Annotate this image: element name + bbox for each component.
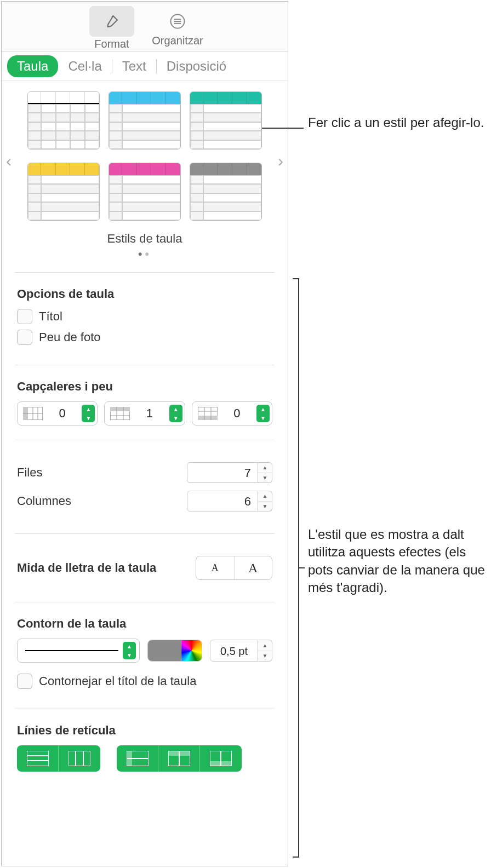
table-style-4[interactable] bbox=[27, 163, 100, 221]
format-tool[interactable]: Format bbox=[79, 6, 145, 50]
tab-cell[interactable]: Cel·la bbox=[58, 55, 111, 77]
outline-color-well[interactable] bbox=[147, 640, 202, 662]
columns-stepper[interactable]: ▲▼ bbox=[258, 491, 272, 511]
callout-line bbox=[262, 128, 304, 129]
header-columns-stepper[interactable]: 0 ▲▼ bbox=[17, 401, 98, 426]
header-rows-value: 1 bbox=[133, 406, 165, 421]
page-dots[interactable]: ●● bbox=[24, 249, 266, 258]
grid-horizontal-icon bbox=[27, 751, 49, 766]
grid-vertical-icon bbox=[68, 751, 90, 766]
caption-label: Peu de foto bbox=[39, 330, 101, 344]
columns-input[interactable]: 6 bbox=[187, 491, 258, 511]
outline-title-label: Contornejar el títol de la taula bbox=[39, 674, 196, 688]
headers-section: Capçaleres i peu 0 ▲▼ 1 ▲▼ 0 ▲▼ bbox=[2, 374, 288, 431]
caption-checkbox[interactable] bbox=[17, 330, 32, 345]
vertical-gridlines-button[interactable] bbox=[59, 745, 100, 772]
table-style-3[interactable] bbox=[190, 91, 262, 150]
organize-tool[interactable]: Organitzar bbox=[145, 9, 210, 47]
outline-width-input[interactable]: 0,5 pt bbox=[210, 640, 258, 662]
footer-rows-icon bbox=[198, 407, 218, 420]
header-columns-icon bbox=[23, 407, 43, 420]
toolbar: Format Organitzar bbox=[2, 2, 288, 52]
inspector-tabs: Taula Cel·la Text Disposició bbox=[2, 52, 288, 81]
outline-style-popup[interactable]: ▲▼ bbox=[17, 639, 140, 663]
table-style-2[interactable] bbox=[109, 91, 181, 150]
outline-section: Contorn de la taula ▲▼ 0,5 pt ▲▼ Contorn… bbox=[2, 611, 288, 700]
font-size-label: Mida de lletra de la taula bbox=[17, 561, 156, 575]
footer-rows-value: 0 bbox=[221, 406, 253, 421]
header-rows-icon bbox=[110, 407, 130, 420]
header-columns-value: 0 bbox=[46, 406, 78, 421]
header-rows-stepper[interactable]: 1 ▲▼ bbox=[104, 401, 185, 426]
list-icon bbox=[169, 9, 186, 33]
tab-table[interactable]: Taula bbox=[7, 55, 58, 77]
organize-label: Organitzar bbox=[152, 35, 203, 47]
stepper-icon[interactable]: ▲▼ bbox=[256, 405, 270, 422]
brush-icon bbox=[104, 9, 120, 33]
styles-caption: Estils de taula bbox=[24, 232, 266, 246]
columns-label: Columnes bbox=[17, 494, 71, 508]
title-label: Títol bbox=[39, 309, 62, 324]
horizontal-gridlines-button[interactable] bbox=[17, 745, 59, 772]
grid-header-col-icon bbox=[127, 751, 149, 766]
table-style-6[interactable] bbox=[190, 163, 262, 221]
annotation-effects: L'estil que es mostra a dalt utilitza aq… bbox=[308, 526, 489, 597]
rows-label: Files bbox=[17, 465, 42, 480]
grid-footer-row-icon bbox=[210, 751, 232, 766]
tab-layout[interactable]: Disposició bbox=[157, 55, 236, 77]
color-swatch bbox=[148, 640, 181, 661]
footer-row-gridlines-button[interactable] bbox=[200, 745, 242, 772]
font-size-section: Mida de lletra de la taula A A bbox=[2, 543, 288, 593]
svg-rect-12 bbox=[198, 416, 218, 420]
color-wheel-icon[interactable] bbox=[181, 640, 202, 661]
size-section: Files 7 ▲▼ Columnes 6 ▲▼ bbox=[2, 449, 288, 525]
header-gridlines-segment bbox=[117, 745, 242, 772]
line-sample-icon bbox=[25, 650, 118, 651]
outline-title-checkbox[interactable] bbox=[17, 674, 32, 689]
outline-width-stepper[interactable]: ▲▼ bbox=[258, 640, 272, 662]
table-style-1[interactable] bbox=[27, 91, 100, 150]
prev-styles-icon[interactable]: ‹ bbox=[6, 152, 12, 170]
rows-stepper[interactable]: ▲▼ bbox=[258, 462, 272, 483]
svg-rect-16 bbox=[27, 751, 49, 766]
font-decrease-button[interactable]: A bbox=[196, 556, 235, 579]
headers-title: Capçaleres i peu bbox=[17, 380, 272, 394]
table-style-5[interactable] bbox=[109, 163, 181, 221]
gridlines-title: Línies de retícula bbox=[17, 723, 272, 738]
svg-rect-19 bbox=[68, 751, 90, 766]
next-styles-icon[interactable]: › bbox=[278, 152, 283, 170]
popup-arrows-icon: ▲▼ bbox=[123, 642, 136, 659]
body-gridlines-segment bbox=[17, 745, 100, 772]
svg-rect-7 bbox=[110, 407, 130, 411]
header-row-gridlines-button[interactable] bbox=[158, 745, 200, 772]
grid-header-row-icon bbox=[168, 751, 190, 766]
font-increase-button[interactable]: A bbox=[235, 556, 272, 579]
tab-text[interactable]: Text bbox=[112, 55, 156, 77]
rows-input[interactable]: 7 bbox=[187, 462, 258, 483]
callout-bracket bbox=[293, 278, 299, 858]
outline-title: Contorn de la taula bbox=[17, 617, 272, 631]
stepper-icon[interactable]: ▲▼ bbox=[169, 405, 182, 422]
table-options-section: Opcions de taula Títol Peu de foto bbox=[2, 281, 288, 356]
options-title: Opcions de taula bbox=[17, 287, 272, 301]
table-styles: ‹ › bbox=[2, 81, 288, 263]
header-col-gridlines-button[interactable] bbox=[117, 745, 158, 772]
callout-line bbox=[299, 567, 305, 568]
stepper-icon[interactable]: ▲▼ bbox=[82, 405, 95, 422]
annotation-style-click: Fer clic a un estil per afegir-lo. bbox=[308, 114, 489, 131]
title-checkbox[interactable] bbox=[17, 309, 32, 324]
format-label: Format bbox=[94, 38, 129, 50]
gridlines-section: Línies de retícula bbox=[2, 718, 288, 777]
footer-rows-stepper[interactable]: 0 ▲▼ bbox=[192, 401, 272, 426]
